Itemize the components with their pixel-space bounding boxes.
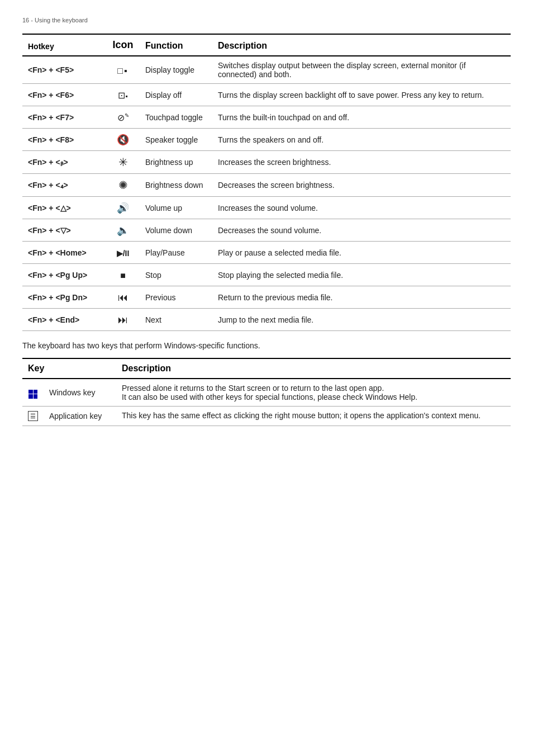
hotkey-cell: <Fn> + <▽> [22,219,106,242]
hotkey-cell: <Fn> + <End> [22,309,106,331]
hotkey-cell: <Fn> + <Home> [22,242,106,264]
table-row: <Fn> + <F7>⊘✎Touchpad toggleTurns the bu… [22,106,511,129]
header-icon: Icon [106,34,140,56]
table-row: <Fn> + <F5>□▪Display toggleSwitches disp… [22,56,511,84]
table-row: <Fn> + <Home>▶/IIPlay/PausePlay or pause… [22,242,511,264]
hotkey-cell: <Fn> + <F7> [22,106,106,129]
hotkey-cell: <Fn> + <F6> [22,84,106,106]
header-function: Function [140,34,212,56]
description-cell: Turns the display screen backlight off t… [212,84,511,106]
play-pause-icon: ▶/II [106,242,140,264]
table-row: <Fn> + <₄>✺Brightness downDecreases the … [22,174,511,197]
key-label-cell: Windows key [44,379,116,407]
keys-table: Key Description Windows keyPressed alone… [22,358,511,426]
hotkey-cell: <Fn> + <Pg Up> [22,264,106,286]
function-cell: Speaker toggle [140,129,212,151]
hotkey-cell: <Fn> + <₄> [22,174,106,197]
volume-down-icon: 🔈 [106,219,140,242]
description-cell: Jump to the next media file. [212,309,511,331]
key-description-cell: This key has the same effect as clicking… [116,407,511,426]
previous-icon: ⏮ [106,286,140,309]
application-icon: ☰ [22,407,44,426]
function-cell: Volume up [140,197,212,219]
description-cell: Decreases the screen brightness. [212,174,511,197]
hotkey-cell: <Fn> + <Pg Dn> [22,286,106,309]
function-cell: Next [140,309,212,331]
info-text: The keyboard has two keys that perform W… [22,341,511,350]
description-cell: Play or pause a selected media file. [212,242,511,264]
function-cell: Brightness up [140,151,212,174]
description-cell: Turns the built-in touchpad on and off. [212,106,511,129]
hotkey-cell: <Fn> + <ᵦ> [22,151,106,174]
touchpad-icon: ⊘✎ [106,106,140,129]
description-cell: Turns the speakers on and off. [212,129,511,151]
function-cell: Play/Pause [140,242,212,264]
volume-up-icon: 🔊 [106,197,140,219]
description-cell: Increases the sound volume. [212,197,511,219]
page-label: 16 - Using the keyboard [22,17,511,23]
speaker-icon: 🔇 [106,129,140,151]
table-row: <Fn> + <Pg Dn>⏮PreviousReturn to the pre… [22,286,511,309]
description-cell: Return to the previous media file. [212,286,511,309]
description-cell: Decreases the sound volume. [212,219,511,242]
key-description-cell: Pressed alone it returns to the Start sc… [116,379,511,407]
function-cell: Touchpad toggle [140,106,212,129]
brightness-up-icon: ✳ [106,151,140,174]
function-cell: Previous [140,286,212,309]
windows-icon [22,379,44,407]
function-cell: Display toggle [140,56,212,84]
stop-icon: ■ [106,264,140,286]
keys-header-key: Key [22,358,116,379]
keys-table-row: Windows keyPressed alone it returns to t… [22,379,511,407]
function-cell: Display off [140,84,212,106]
table-row: <Fn> + <ᵦ>✳Brightness upIncreases the sc… [22,151,511,174]
header-description: Description [212,34,511,56]
key-label-cell: Application key [44,407,116,426]
table-row: <Fn> + <▽>🔈Volume downDecreases the soun… [22,219,511,242]
display-off-icon: ⊡▪ [106,84,140,106]
hotkey-cell: <Fn> + <F8> [22,129,106,151]
display-toggle-icon: □▪ [106,56,140,84]
keys-table-row: ☰Application keyThis key has the same ef… [22,407,511,426]
brightness-down-icon: ✺ [106,174,140,197]
header-hotkey: Hotkey [22,34,106,56]
table-row: <Fn> + <Pg Up>■StopStop playing the sele… [22,264,511,286]
function-cell: Volume down [140,219,212,242]
table-row: <Fn> + <△>🔊Volume upIncreases the sound … [22,197,511,219]
table-row: <Fn> + <F8>🔇Speaker toggleTurns the spea… [22,129,511,151]
hotkey-table: Hotkey Icon Function Description <Fn> + … [22,34,511,331]
keys-header-desc: Description [116,358,511,379]
hotkey-cell: <Fn> + <F5> [22,56,106,84]
description-cell: Stop playing the selected media file. [212,264,511,286]
next-icon: ⏭ [106,309,140,331]
hotkey-cell: <Fn> + <△> [22,197,106,219]
table-row: <Fn> + <F6>⊡▪Display offTurns the displa… [22,84,511,106]
function-cell: Stop [140,264,212,286]
table-row: <Fn> + <End>⏭NextJump to the next media … [22,309,511,331]
description-cell: Increases the screen brightness. [212,151,511,174]
function-cell: Brightness down [140,174,212,197]
description-cell: Switches display output between the disp… [212,56,511,84]
